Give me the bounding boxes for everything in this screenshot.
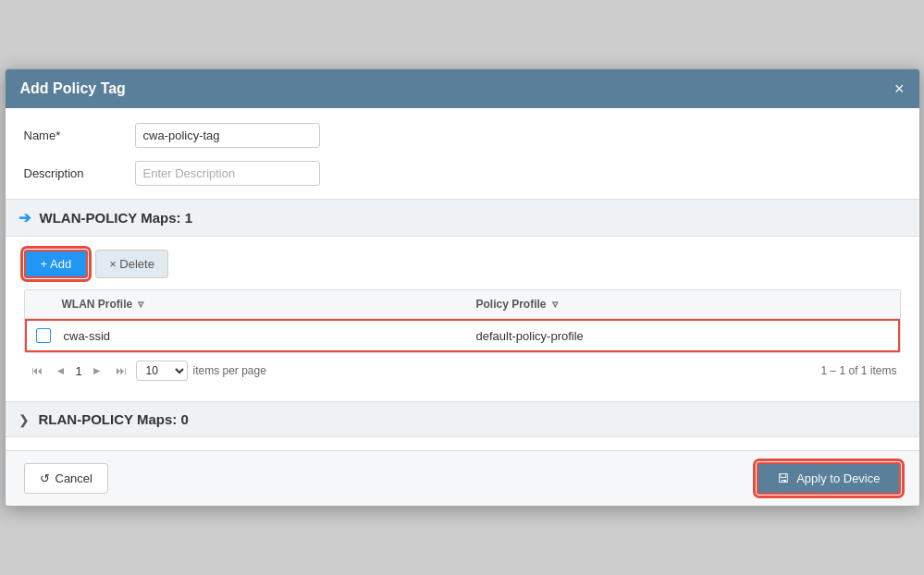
- header-check-col: [34, 298, 62, 311]
- apply-to-device-button[interactable]: 🖫 Apply to Device: [757, 462, 900, 495]
- table-row: cwa-ssid default-policy-profile: [25, 319, 900, 352]
- table-header-row: WLAN Profile ▿ Policy Profile ▿: [25, 290, 900, 319]
- next-page-button[interactable]: ►: [88, 362, 106, 379]
- row-wlan-value: cwa-ssid: [64, 329, 476, 343]
- items-per-page-label: items per page: [193, 364, 266, 377]
- wlan-section-header: ➔ WLAN-POLICY Maps: 1: [6, 199, 919, 237]
- cancel-button[interactable]: ↺ Cancel: [24, 463, 108, 494]
- dialog-title: Add Policy Tag: [20, 80, 126, 97]
- policy-filter-icon[interactable]: ▿: [552, 298, 558, 311]
- description-input[interactable]: [135, 161, 320, 186]
- prev-page-button[interactable]: ◄: [52, 362, 70, 379]
- row-policy-value: default-policy-profile: [476, 329, 889, 343]
- close-button[interactable]: ×: [894, 80, 905, 97]
- add-button[interactable]: + Add: [24, 250, 89, 278]
- wlan-filter-icon[interactable]: ▿: [138, 298, 143, 311]
- add-policy-tag-dialog: Add Policy Tag × Name* Description ➔ WLA…: [5, 68, 920, 507]
- wlan-section-title: WLAN-POLICY Maps: 1: [40, 210, 193, 226]
- delete-button[interactable]: × Delete: [95, 250, 168, 278]
- dialog-body: Name* Description ➔ WLAN-POLICY Maps: 1 …: [6, 108, 919, 437]
- wlan-table: WLAN Profile ▿ Policy Profile ▿ cwa-ssid…: [24, 289, 901, 353]
- pagination-bar: ⏮ ◄ 1 ► ⏭ 10 25 50 items per page 1 – 1 …: [24, 353, 901, 388]
- dialog-footer: ↺ Cancel 🖫 Apply to Device: [6, 450, 919, 506]
- dialog-header: Add Policy Tag ×: [6, 69, 919, 108]
- description-label: Description: [24, 166, 135, 180]
- rlan-chevron-icon[interactable]: ❯: [18, 412, 30, 427]
- header-policy-col: Policy Profile ▿: [476, 298, 891, 311]
- name-input[interactable]: [135, 123, 320, 148]
- wlan-chevron-icon[interactable]: ➔: [18, 209, 31, 226]
- row-check-col: [36, 328, 64, 343]
- apply-label: Apply to Device: [796, 471, 880, 485]
- header-wlan-col: WLAN Profile ▿: [62, 298, 476, 311]
- name-label: Name*: [24, 128, 135, 142]
- cancel-label: Cancel: [55, 471, 92, 485]
- first-page-button[interactable]: ⏮: [28, 362, 46, 379]
- current-page: 1: [75, 364, 81, 378]
- description-row: Description: [24, 161, 901, 186]
- per-page-select[interactable]: 10 25 50: [136, 361, 188, 381]
- pagination-left: ⏮ ◄ 1 ► ⏭ 10 25 50 items per page: [28, 361, 266, 381]
- wlan-toolbar: + Add × Delete: [24, 250, 901, 278]
- pagination-range: 1 – 1 of 1 items: [820, 364, 896, 377]
- wlan-col-label: WLAN Profile: [62, 298, 133, 311]
- rlan-section-header: ❯ RLAN-POLICY Maps: 0: [6, 401, 919, 437]
- apply-icon: 🖫: [777, 471, 789, 485]
- wlan-section-content: + Add × Delete WLAN Profile ▿ Policy Pro…: [24, 237, 901, 401]
- policy-col-label: Policy Profile: [476, 298, 547, 311]
- rlan-section-title: RLAN-POLICY Maps: 0: [39, 411, 189, 427]
- name-row: Name*: [24, 123, 901, 148]
- cancel-icon: ↺: [40, 471, 50, 485]
- last-page-button[interactable]: ⏭: [112, 362, 130, 379]
- row-checkbox[interactable]: [36, 328, 51, 343]
